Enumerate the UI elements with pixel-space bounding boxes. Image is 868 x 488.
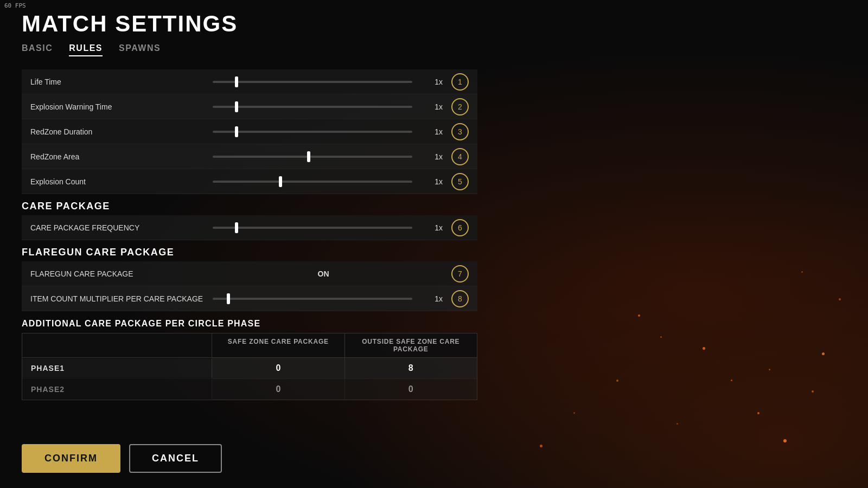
setting-label-flaregun: FLAREGUN CARE PACKAGE: [30, 269, 204, 278]
setting-row-item-count-multiplier: ITEM COUNT MULTIPLIER PER CARE PACKAGE 1…: [22, 286, 477, 311]
section-care-package: CARE PACKAGE: [22, 194, 477, 215]
section-flaregun: FLAREGUN CARE PACKAGE: [22, 240, 477, 261]
setting-label-lifetime: Life Time: [30, 78, 204, 86]
slider-redzone-duration[interactable]: [213, 131, 412, 133]
additional-care-table: SAFE ZONE CARE PACKAGE OUTSIDE SAFE ZONE…: [22, 333, 477, 400]
bottom-bar: CONFIRM CANCEL: [22, 444, 222, 473]
setting-value-redzone-area: 1x: [421, 152, 443, 161]
setting-value-explosion-count: 1x: [421, 177, 443, 186]
setting-row-explosion-count: Explosion Count 1x 5: [22, 169, 477, 194]
col-header-outside: OUTSIDE SAFE ZONE CARE PACKAGE: [344, 333, 477, 357]
setting-value-lifetime: 1x: [421, 78, 443, 86]
slider-thumb: [279, 176, 282, 187]
setting-row-care-package-freq: CARE PACKAGE FREQUENCY 1x 6: [22, 215, 477, 240]
setting-row-redzone-duration: RedZone Duration 1x 3: [22, 119, 477, 144]
setting-row-flaregun: FLAREGUN CARE PACKAGE ON 7: [22, 261, 477, 286]
toggle-value-flaregun[interactable]: ON: [204, 269, 443, 278]
setting-value-item-count-multiplier: 1x: [421, 294, 443, 303]
setting-row-explosion-warning: Explosion Warning Time 1x 2: [22, 94, 477, 119]
setting-row-redzone-area: RedZone Area 1x 4: [22, 144, 477, 169]
settings-list: Life Time 1x 1 Explosion Warning Time 1x…: [22, 69, 477, 400]
setting-value-redzone-duration: 1x: [421, 127, 443, 136]
phase2-safe[interactable]: 0: [212, 379, 344, 400]
slider-track: [213, 298, 412, 300]
table-row-phase2: PHASE2 0 0: [22, 378, 477, 400]
badge-1: 1: [451, 73, 469, 91]
table-header: SAFE ZONE CARE PACKAGE OUTSIDE SAFE ZONE…: [22, 333, 477, 357]
badge-5: 5: [451, 173, 469, 190]
table-row-phase1: PHASE1 0 8: [22, 357, 477, 378]
slider-track: [213, 227, 412, 229]
badge-4: 4: [451, 148, 469, 165]
section-additional-care-package: ADDITIONAL CARE PACKAGE PER CIRCLE PHASE: [22, 311, 477, 333]
confirm-button[interactable]: CONFIRM: [22, 444, 120, 473]
slider-thumb: [235, 76, 238, 87]
slider-explosion-warning[interactable]: [213, 106, 412, 108]
page-title: MATCH SETTINGS: [22, 11, 477, 37]
badge-2: 2: [451, 98, 469, 115]
slider-redzone-area[interactable]: [213, 156, 412, 158]
slider-thumb: [307, 151, 310, 162]
slider-track: [213, 81, 412, 83]
phase1-safe[interactable]: 0: [212, 358, 344, 378]
setting-label-explosion-warning: Explosion Warning Time: [30, 102, 204, 111]
slider-track: [213, 106, 412, 108]
phase2-outside[interactable]: 0: [345, 379, 477, 400]
tab-rules[interactable]: RULES: [69, 43, 103, 56]
badge-3: 3: [451, 123, 469, 140]
badge-7: 7: [451, 265, 469, 282]
slider-item-count-multiplier[interactable]: [213, 298, 412, 300]
slider-thumb: [227, 293, 230, 304]
setting-row-lifetime: Life Time 1x 1: [22, 69, 477, 94]
slider-thumb: [235, 126, 238, 137]
setting-value-explosion-warning: 1x: [421, 102, 443, 111]
col-header-safe: SAFE ZONE CARE PACKAGE: [212, 333, 344, 357]
phase2-label: PHASE2: [22, 380, 212, 399]
tab-spawns[interactable]: SPAWNS: [119, 43, 161, 56]
phase1-outside[interactable]: 8: [345, 358, 477, 378]
slider-track: [213, 131, 412, 133]
phase1-label: PHASE1: [22, 358, 212, 378]
badge-6: 6: [451, 219, 469, 236]
setting-label-explosion-count: Explosion Count: [30, 177, 204, 186]
slider-thumb: [235, 101, 238, 112]
tabs-bar: BASIC RULES SPAWNS: [22, 43, 477, 56]
tab-basic[interactable]: BASIC: [22, 43, 53, 56]
slider-lifetime[interactable]: [213, 81, 412, 83]
setting-label-item-count-multiplier: ITEM COUNT MULTIPLIER PER CARE PACKAGE: [30, 294, 204, 303]
badge-8: 8: [451, 290, 469, 307]
main-container: MATCH SETTINGS BASIC RULES SPAWNS Life T…: [0, 0, 499, 488]
slider-track: [213, 156, 412, 158]
slider-track: [213, 181, 412, 183]
cancel-button[interactable]: CANCEL: [129, 444, 222, 473]
setting-label-redzone-area: RedZone Area: [30, 152, 204, 161]
slider-care-package-freq[interactable]: [213, 227, 412, 229]
slider-thumb: [235, 222, 238, 233]
slider-explosion-count[interactable]: [213, 181, 412, 183]
setting-label-care-package-freq: CARE PACKAGE FREQUENCY: [30, 223, 204, 232]
setting-label-redzone-duration: RedZone Duration: [30, 127, 204, 136]
setting-value-care-package-freq: 1x: [421, 223, 443, 232]
col-header-phase: [22, 333, 212, 357]
